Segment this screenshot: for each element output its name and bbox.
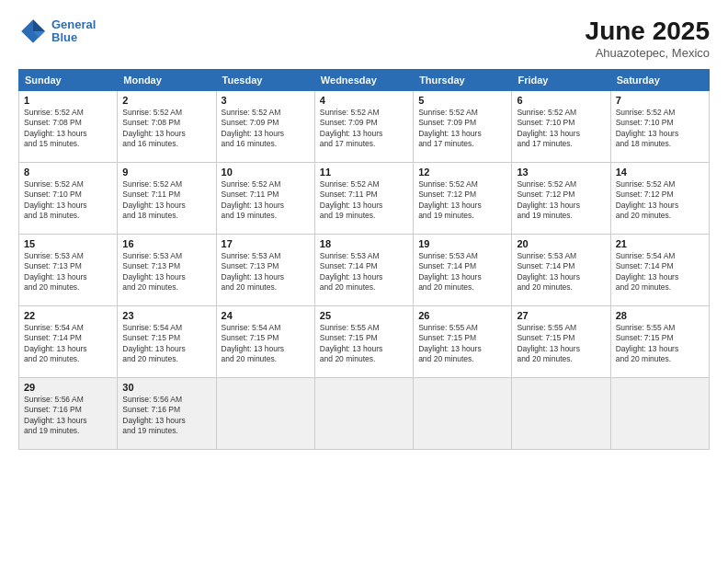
header-day-tuesday: Tuesday [216,70,314,91]
day-info: Sunrise: 5:52 AMSunset: 7:08 PMDaylight:… [24,108,112,150]
day-cell: 10Sunrise: 5:52 AMSunset: 7:11 PMDayligh… [216,163,314,235]
day-cell: 15Sunrise: 5:53 AMSunset: 7:13 PMDayligh… [19,235,118,306]
day-info: Sunrise: 5:55 AMSunset: 7:15 PMDaylight:… [418,323,506,365]
header-day-sunday: Sunday [19,70,118,91]
day-info: Sunrise: 5:54 AMSunset: 7:14 PMDaylight:… [24,323,112,365]
day-cell: 25Sunrise: 5:55 AMSunset: 7:15 PMDayligh… [314,306,413,378]
subtitle: Ahuazotepec, Mexico [586,46,710,60]
day-number: 14 [616,167,704,178]
logo-text: General Blue [51,18,96,45]
day-number: 15 [24,238,112,249]
svg-marker-1 [33,19,45,31]
day-cell: 9Sunrise: 5:52 AMSunset: 7:11 PMDaylight… [118,163,216,235]
logo-icon [18,17,48,46]
day-number: 18 [320,238,408,249]
day-info: Sunrise: 5:52 AMSunset: 7:11 PMDaylight:… [320,179,408,222]
calendar-body: 1Sunrise: 5:52 AMSunset: 7:08 PMDaylight… [19,91,710,450]
day-info: Sunrise: 5:54 AMSunset: 7:14 PMDaylight:… [616,251,704,293]
day-cell: 27Sunrise: 5:55 AMSunset: 7:15 PMDayligh… [512,306,610,378]
day-cell: 29Sunrise: 5:56 AMSunset: 7:16 PMDayligh… [19,378,118,450]
calendar: SundayMondayTuesdayWednesdayThursdayFrid… [18,69,710,450]
week-row-3: 15Sunrise: 5:53 AMSunset: 7:13 PMDayligh… [19,235,710,306]
week-row-4: 22Sunrise: 5:54 AMSunset: 7:14 PMDayligh… [19,306,710,378]
day-cell: 13Sunrise: 5:52 AMSunset: 7:12 PMDayligh… [512,163,610,235]
day-info: Sunrise: 5:52 AMSunset: 7:12 PMDaylight:… [517,179,605,222]
title-block: June 2025 Ahuazotepec, Mexico [586,17,710,60]
day-cell: 8Sunrise: 5:52 AMSunset: 7:10 PMDaylight… [19,163,118,235]
day-cell: 7Sunrise: 5:52 AMSunset: 7:10 PMDaylight… [610,91,709,163]
day-number: 23 [122,310,210,321]
day-cell: 14Sunrise: 5:52 AMSunset: 7:12 PMDayligh… [610,163,709,235]
day-cell: 21Sunrise: 5:54 AMSunset: 7:14 PMDayligh… [610,235,709,306]
day-number: 7 [616,95,704,106]
main-title: June 2025 [586,17,710,46]
logo-general: General [51,17,96,31]
calendar-header: SundayMondayTuesdayWednesdayThursdayFrid… [19,70,710,91]
header-day-saturday: Saturday [610,70,709,91]
day-info: Sunrise: 5:52 AMSunset: 7:10 PMDaylight:… [24,179,112,222]
day-cell: 2Sunrise: 5:52 AMSunset: 7:08 PMDaylight… [118,91,216,163]
day-info: Sunrise: 5:53 AMSunset: 7:13 PMDaylight:… [122,251,210,293]
day-number: 5 [418,95,506,106]
day-number: 3 [222,95,310,106]
day-info: Sunrise: 5:52 AMSunset: 7:10 PMDaylight:… [616,108,704,150]
day-info: Sunrise: 5:52 AMSunset: 7:09 PMDaylight:… [418,108,506,150]
day-info: Sunrise: 5:53 AMSunset: 7:14 PMDaylight:… [418,251,506,293]
day-info: Sunrise: 5:53 AMSunset: 7:14 PMDaylight:… [517,251,605,293]
day-cell: 1Sunrise: 5:52 AMSunset: 7:08 PMDaylight… [19,91,118,163]
day-cell: 30Sunrise: 5:56 AMSunset: 7:16 PMDayligh… [118,378,216,450]
day-number: 4 [320,95,408,106]
day-number: 13 [517,167,605,178]
day-cell: 6Sunrise: 5:52 AMSunset: 7:10 PMDaylight… [512,91,610,163]
day-cell: 20Sunrise: 5:53 AMSunset: 7:14 PMDayligh… [512,235,610,306]
day-number: 29 [24,382,112,393]
day-cell: 3Sunrise: 5:52 AMSunset: 7:09 PMDaylight… [216,91,314,163]
day-number: 6 [517,95,605,106]
day-number: 21 [616,238,704,249]
day-info: Sunrise: 5:56 AMSunset: 7:16 PMDaylight:… [122,395,210,437]
day-cell: 19Sunrise: 5:53 AMSunset: 7:14 PMDayligh… [414,235,512,306]
day-cell: 28Sunrise: 5:55 AMSunset: 7:15 PMDayligh… [610,306,709,378]
day-info: Sunrise: 5:55 AMSunset: 7:15 PMDaylight:… [616,323,704,365]
day-cell: 23Sunrise: 5:54 AMSunset: 7:15 PMDayligh… [118,306,216,378]
day-cell: 17Sunrise: 5:53 AMSunset: 7:13 PMDayligh… [216,235,314,306]
header: General Blue June 2025 Ahuazotepec, Mexi… [18,17,710,60]
header-day-thursday: Thursday [414,70,512,91]
day-cell: 24Sunrise: 5:54 AMSunset: 7:15 PMDayligh… [216,306,314,378]
day-info: Sunrise: 5:56 AMSunset: 7:16 PMDaylight:… [24,395,112,437]
day-cell [512,378,610,450]
day-cell: 12Sunrise: 5:52 AMSunset: 7:12 PMDayligh… [414,163,512,235]
day-cell: 5Sunrise: 5:52 AMSunset: 7:09 PMDaylight… [414,91,512,163]
day-cell: 11Sunrise: 5:52 AMSunset: 7:11 PMDayligh… [314,163,413,235]
day-cell: 26Sunrise: 5:55 AMSunset: 7:15 PMDayligh… [414,306,512,378]
day-number: 27 [517,310,605,321]
day-info: Sunrise: 5:52 AMSunset: 7:11 PMDaylight:… [122,179,210,222]
logo-blue: Blue [51,30,77,44]
day-info: Sunrise: 5:52 AMSunset: 7:09 PMDaylight:… [222,108,310,150]
header-row: SundayMondayTuesdayWednesdayThursdayFrid… [19,70,710,91]
day-number: 9 [122,167,210,178]
day-cell [216,378,314,450]
day-info: Sunrise: 5:52 AMSunset: 7:12 PMDaylight:… [616,179,704,222]
day-info: Sunrise: 5:54 AMSunset: 7:15 PMDaylight:… [222,323,310,365]
week-row-1: 1Sunrise: 5:52 AMSunset: 7:08 PMDaylight… [19,91,710,163]
day-cell [314,378,413,450]
day-info: Sunrise: 5:55 AMSunset: 7:15 PMDaylight:… [517,323,605,365]
day-number: 10 [222,167,310,178]
day-info: Sunrise: 5:53 AMSunset: 7:14 PMDaylight:… [320,251,408,293]
day-info: Sunrise: 5:52 AMSunset: 7:10 PMDaylight:… [517,108,605,150]
day-info: Sunrise: 5:52 AMSunset: 7:11 PMDaylight:… [222,179,310,222]
day-number: 24 [222,310,310,321]
day-number: 19 [418,238,506,249]
day-cell: 4Sunrise: 5:52 AMSunset: 7:09 PMDaylight… [314,91,413,163]
header-day-friday: Friday [512,70,610,91]
page: General Blue June 2025 Ahuazotepec, Mexi… [0,0,728,563]
header-day-monday: Monday [118,70,216,91]
day-cell: 22Sunrise: 5:54 AMSunset: 7:14 PMDayligh… [19,306,118,378]
day-number: 2 [122,95,210,106]
day-info: Sunrise: 5:52 AMSunset: 7:09 PMDaylight:… [320,108,408,150]
day-info: Sunrise: 5:55 AMSunset: 7:15 PMDaylight:… [320,323,408,365]
day-info: Sunrise: 5:53 AMSunset: 7:13 PMDaylight:… [24,251,112,293]
day-number: 26 [418,310,506,321]
week-row-5: 29Sunrise: 5:56 AMSunset: 7:16 PMDayligh… [19,378,710,450]
